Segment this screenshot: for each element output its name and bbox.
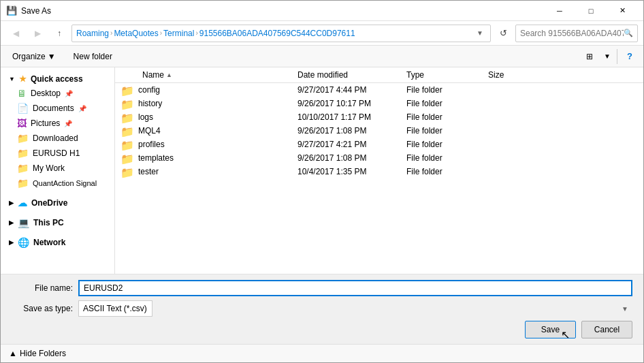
network-expand-icon: ▶: [9, 239, 14, 246]
bottom-bar: ▲ Hide Folders: [1, 344, 643, 362]
cancel-button[interactable]: Cancel: [581, 321, 632, 338]
folder-icon: 📁: [120, 98, 134, 109]
filename-label: File name:: [12, 283, 73, 293]
sidebar-header-thispc[interactable]: ▶ 💻 This PC: [1, 213, 114, 230]
new-folder-button[interactable]: New folder: [67, 50, 118, 63]
folder-icon: 📁: [120, 139, 134, 150]
quick-access-label: Quick access: [31, 74, 83, 84]
sidebar-section-thispc: ▶ 💻 This PC: [1, 213, 114, 230]
back-button[interactable]: ◀: [6, 24, 25, 43]
refresh-button[interactable]: ↺: [494, 25, 513, 42]
filetype-select[interactable]: ASCII Text (*.csv): [78, 300, 152, 317]
file-date: 9/26/2017 1:08 PM: [292, 153, 401, 163]
folder-icon: 📁: [120, 153, 134, 163]
address-bar[interactable]: Roaming › MetaQuotes › Terminal › 915566…: [71, 25, 491, 42]
save-buttons: Save ↖ Cancel: [12, 321, 632, 338]
file-name: 📁 MQL4: [115, 125, 292, 136]
address-parts: Roaming › MetaQuotes › Terminal › 915566…: [76, 29, 474, 38]
eurusd-icon: 📁: [17, 148, 29, 159]
downloaded-label: Downloaded: [33, 133, 78, 143]
table-row[interactable]: 📁 config 9/27/2017 4:44 PM File folder: [115, 83, 643, 97]
column-header-type[interactable]: Type: [401, 67, 483, 82]
desktop-icon: 🖥: [17, 88, 27, 99]
address-dropdown-button[interactable]: ▼: [474, 25, 486, 42]
search-box[interactable]: 🔍: [515, 25, 638, 42]
address-part-terminal[interactable]: Terminal: [163, 29, 194, 38]
onedrive-icon: ☁: [18, 198, 27, 208]
table-row[interactable]: 📁 tester 10/4/2017 1:35 PM File folder: [115, 165, 643, 178]
help-button[interactable]: ?: [622, 48, 638, 65]
table-row[interactable]: 📁 logs 10/10/2017 1:17 PM File folder: [115, 110, 643, 124]
address-part-id[interactable]: 915566BA06ADA407569C544CC0D97611: [199, 29, 355, 38]
save-as-dialog: 💾 Save As ─ □ ✕ ◀ ▶ ↑ Roaming › MetaQuot…: [0, 0, 644, 363]
sidebar-item-mywork[interactable]: 📁 My Work: [1, 161, 114, 176]
quantaction-label: QuantAction Signal: [33, 179, 97, 187]
table-row[interactable]: 📁 history 9/26/2017 10:17 PM File folder: [115, 97, 643, 110]
address-part-roaming[interactable]: Roaming: [76, 29, 109, 38]
view-dropdown-button[interactable]: ▼: [602, 48, 613, 65]
sidebar-header-network[interactable]: ▶ 🌐 Network: [1, 233, 114, 250]
forward-button[interactable]: ▶: [28, 24, 47, 43]
save-button[interactable]: Save ↖: [525, 321, 576, 338]
file-date: 9/26/2017 1:08 PM: [292, 126, 401, 136]
column-header-date[interactable]: Date modified: [292, 67, 401, 82]
filename-input[interactable]: [78, 280, 632, 296]
file-type: File folder: [401, 85, 483, 95]
sidebar-item-quantaction[interactable]: 📁 QuantAction Signal: [1, 176, 114, 191]
sidebar-section-quick-access: ▼ ★ Quick access 🖥 Desktop 📌 📄 Documents…: [1, 70, 114, 191]
maximize-button[interactable]: □: [575, 1, 607, 21]
titlebar: 💾 Save As ─ □ ✕: [1, 1, 643, 21]
eurusd-label: EURUSD H1: [33, 148, 80, 158]
toolbar2-right: ⊞ ▼ ?: [580, 48, 638, 65]
titlebar-controls: ─ □ ✕: [544, 1, 638, 21]
collapse-arrow-icon: ▼: [9, 76, 15, 82]
organize-dropdown-icon: ▼: [48, 52, 56, 61]
documents-icon: 📄: [17, 103, 29, 114]
sort-arrow-icon: ▲: [166, 72, 172, 78]
table-row[interactable]: 📁 templates 9/26/2017 1:08 PM File folde…: [115, 151, 643, 165]
sidebar-header-quick-access[interactable]: ▼ ★ Quick access: [1, 70, 114, 86]
file-list-header: Name ▲ Date modified Type Size: [115, 67, 643, 83]
file-list: Name ▲ Date modified Type Size 📁 config: [115, 67, 643, 274]
sidebar-item-downloaded[interactable]: 📁 Downloaded: [1, 131, 114, 146]
address-part-metaquotes[interactable]: MetaQuotes: [114, 29, 158, 38]
filename-row: File name:: [12, 280, 632, 296]
file-name: 📁 history: [115, 98, 292, 109]
collapse-icon: ▲: [9, 349, 17, 358]
cursor-icon: ↖: [561, 330, 570, 341]
toolbar-divider: [617, 49, 617, 64]
sidebar-item-eurusd[interactable]: 📁 EURUSD H1: [1, 146, 114, 161]
table-row[interactable]: 📁 MQL4 9/26/2017 1:08 PM File folder: [115, 124, 643, 138]
file-type: File folder: [401, 153, 483, 163]
file-type: File folder: [401, 126, 483, 136]
filetype-label: Save as type:: [12, 304, 73, 313]
network-label: Network: [33, 238, 65, 247]
sidebar: ▼ ★ Quick access 🖥 Desktop 📌 📄 Documents…: [1, 67, 115, 274]
file-type: File folder: [401, 140, 483, 149]
file-date: 10/4/2017 1:35 PM: [292, 167, 401, 176]
sidebar-item-pictures[interactable]: 🖼 Pictures 📌: [1, 116, 114, 131]
search-input[interactable]: [520, 29, 624, 38]
save-section: File name: Save as type: ASCII Text (*.c…: [1, 274, 643, 344]
sidebar-item-documents[interactable]: 📄 Documents 📌: [1, 101, 114, 116]
hide-folders-button[interactable]: ▲ Hide Folders: [9, 349, 66, 358]
column-header-size[interactable]: Size: [483, 67, 537, 82]
hide-folders-label: Hide Folders: [20, 349, 66, 358]
sidebar-header-onedrive[interactable]: ▶ ☁ OneDrive: [1, 193, 114, 210]
minimize-button[interactable]: ─: [544, 1, 575, 21]
documents-label: Documents: [33, 104, 74, 113]
downloaded-icon: 📁: [17, 133, 29, 144]
pictures-icon: 🖼: [17, 118, 27, 129]
up-button[interactable]: ↑: [50, 24, 69, 43]
sidebar-item-desktop[interactable]: 🖥 Desktop 📌: [1, 86, 114, 101]
organize-button[interactable]: Organize ▼: [6, 50, 62, 63]
sidebar-section-network: ▶ 🌐 Network: [1, 233, 114, 250]
thispc-expand-icon: ▶: [9, 219, 14, 226]
table-row[interactable]: 📁 profiles 9/27/2017 4:21 PM File folder: [115, 138, 643, 151]
secondary-toolbar: Organize ▼ New folder ⊞ ▼ ?: [1, 46, 643, 67]
thispc-icon: 💻: [18, 217, 29, 228]
close-button[interactable]: ✕: [607, 1, 638, 21]
column-header-name[interactable]: Name ▲: [115, 67, 292, 82]
file-date: 9/27/2017 4:21 PM: [292, 140, 401, 149]
view-button[interactable]: ⊞: [580, 48, 599, 65]
